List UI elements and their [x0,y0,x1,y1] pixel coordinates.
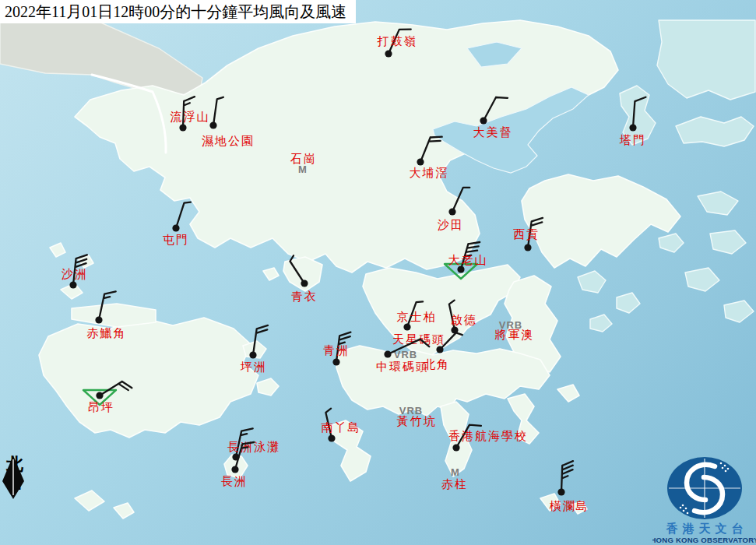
station-label: 沙田 [438,218,464,232]
station-label: 石崗 [290,152,317,166]
station-peng-chau[interactable]: 坪洲 [240,325,268,374]
station-tai-po-kau[interactable]: 大埔滘 [410,137,449,180]
hko-logo: 香港天文台 HONG KONG OBSERVATORY [652,453,756,545]
station-dot [403,323,410,330]
station-dot [452,444,459,451]
station-lamma-island[interactable]: 南丫島 [322,409,361,442]
station-dot [179,124,186,131]
wind-barb-icon [176,202,191,228]
missing-data-tag: M [451,466,460,478]
station-label: 京士柏 [397,310,437,324]
station-dot [385,50,392,57]
station-label: 橫瀾島 [550,499,589,513]
station-label: 香港航海學校 [448,429,528,443]
station-dot [209,121,216,128]
hko-wind-map: 流浮山濕地公園M石崗打鼓嶺大美督大埔滘塔門屯門沙田西貢大老山沙洲赤鱲角青衣坪洲青… [0,0,756,545]
logo-english-name: HONG KONG OBSERVATORY [652,536,756,544]
station-dot [332,358,339,365]
station-tuen-mun[interactable]: 屯門 [163,202,191,247]
station-lau-fau-shan[interactable]: 流浮山 [171,97,210,131]
station-ngong-ping[interactable]: 昂坪 [83,382,132,414]
station-label: 大美督 [473,125,513,139]
station-dot [96,392,103,399]
wind-barb-icon [561,461,573,492]
station-tseung-kwan-o[interactable]: VRB將軍澳 [495,319,535,342]
station-tai-mei-tuk[interactable]: 大美督 [473,97,513,139]
station-sha-tin[interactable]: 沙田 [438,188,469,232]
stations-layer: 流浮山濕地公園M石崗打鼓嶺大美督大埔滘塔門屯門沙田西貢大老山沙洲赤鱲角青衣坪洲青… [0,0,756,545]
station-cheung-chau-beach[interactable]: 長洲泳灘 [227,428,280,460]
station-sai-kung[interactable]: 西貢 [513,218,543,251]
station-star-ferry[interactable]: VRB天星碼頭 [392,332,445,360]
station-dot [417,158,424,165]
station-chek-lap-kok[interactable]: 赤鱲角 [87,291,127,340]
wind-barb-icon [483,97,508,121]
station-dot [69,281,76,288]
station-dot [557,488,564,495]
wind-barb-icon [452,188,469,212]
station-label: 流浮山 [171,110,210,124]
station-label: 北角 [424,357,450,371]
station-label: 沙洲 [62,267,88,281]
station-dot [231,466,238,473]
station-dot [384,350,391,357]
station-tates-cairn[interactable]: 大老山 [445,242,488,279]
station-dot [480,117,487,124]
station-label: 大老山 [448,253,488,267]
station-green-island[interactable]: 青洲 [323,332,350,366]
station-label: 青衣 [291,290,318,304]
station-stanley[interactable]: M赤柱 [441,466,468,491]
map-title: 2022年11月01日12時00分的十分鐘平均風向及風速 [0,0,356,23]
station-dot [524,244,531,251]
station-ta-kwu-ling[interactable]: 打鼓嶺 [377,30,417,58]
station-dot [249,351,256,358]
station-sha-chau[interactable]: 沙洲 [62,255,88,288]
wind-barb-icon [99,291,116,320]
station-label: 赤鱲角 [87,326,127,340]
station-dot [436,346,443,353]
station-tsing-yi[interactable]: 青衣 [290,255,318,304]
station-label: 中環碼頭 [376,360,429,374]
station-label: 打鼓嶺 [377,34,417,48]
wind-barb-icon [420,137,442,162]
compass-north-indicator: 北 N [2,455,28,492]
station-label: 青洲 [323,343,350,357]
station-label: 濕地公園 [202,134,255,148]
station-dot [629,124,636,131]
north-arrow-icon [2,455,28,503]
station-label: 南丫島 [322,420,361,434]
station-label: 塔門 [619,133,646,147]
station-shek-kong[interactable]: M石崗 [290,152,317,175]
station-label: 西貢 [513,227,540,241]
station-waglan-island[interactable]: 橫瀾島 [550,461,589,513]
station-wong-chuk-hang[interactable]: VRB黃竹坑 [397,405,437,428]
station-label: 赤柱 [441,477,468,491]
station-label: 屯門 [163,233,189,247]
station-label: 長洲 [221,474,248,488]
station-label: 啟德 [451,313,477,327]
station-dot [301,280,308,287]
station-tap-mun[interactable]: 塔門 [619,97,646,147]
wind-barb-icon [100,382,132,396]
wind-barb-icon [213,97,223,125]
logo-chinese-name: 香港天文台 [666,522,748,536]
station-dot [328,434,335,441]
station-label: 大埔滘 [410,166,449,180]
station-dot [448,208,455,215]
wind-barb-icon [253,325,268,355]
station-dot [172,224,179,231]
station-kings-park[interactable]: 京士柏 [397,301,437,330]
station-label: 昂坪 [88,400,114,414]
station-label: 坪洲 [240,360,267,374]
station-label: 黃竹坑 [397,414,437,428]
wind-barb-icon [290,255,305,283]
station-hk-sea-school[interactable]: 香港航海學校 [448,425,528,452]
station-kai-tak[interactable]: 啟德 [449,301,477,334]
station-dot [95,316,102,323]
wind-barb-icon [633,97,645,128]
station-label: 將軍澳 [495,328,535,342]
